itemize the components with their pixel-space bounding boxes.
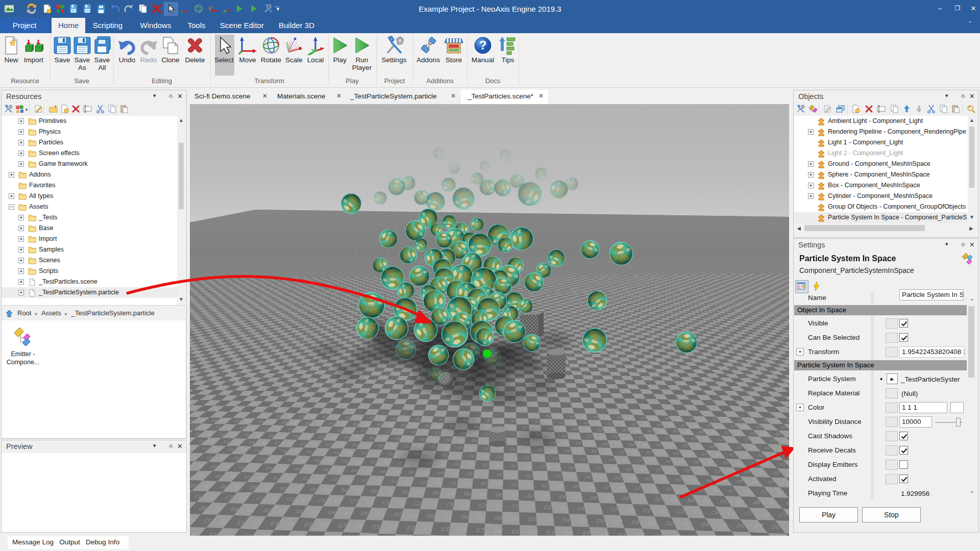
svg-text:?: ?	[479, 38, 487, 52]
